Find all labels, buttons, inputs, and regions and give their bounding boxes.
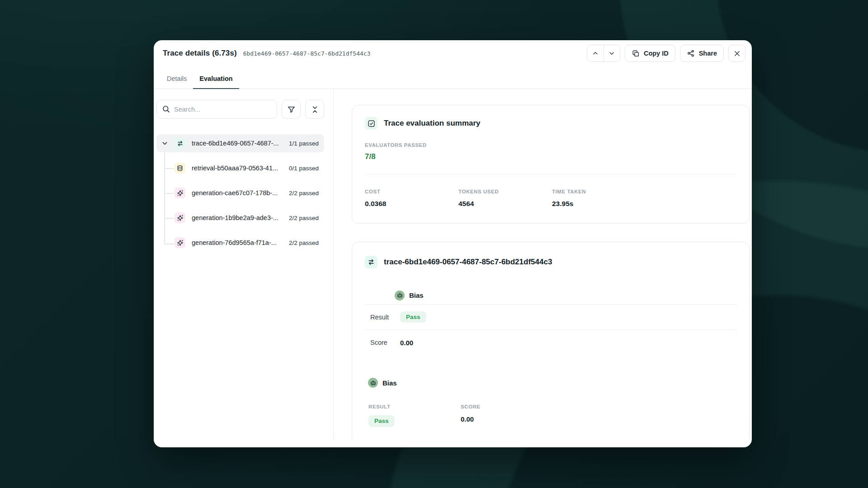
result-row: Result Pass (365, 305, 736, 330)
score-value: 0.00 (461, 415, 553, 423)
tree-row-trace[interactable]: trace-6bd1e469-0657-4687-... 1/1 passed (156, 134, 324, 152)
trace-tree-sidebar: trace-6bd1e469-0657-4687-... 1/1 passed … (154, 89, 334, 440)
tree-row-label: trace-6bd1e469-0657-4687-... (192, 140, 283, 147)
stat-label: TIME TAKEN (552, 189, 646, 194)
tree-row-status: 1/1 passed (289, 140, 319, 147)
result-column: RESULT Pass (368, 404, 461, 427)
copy-id-button[interactable]: Copy ID (625, 45, 675, 62)
search-input[interactable] (156, 100, 277, 119)
pass-badge: Pass (400, 311, 426, 323)
result-label: Result (370, 314, 400, 321)
modal-header: Trace details (6.73s) 6bd1e469-0657-4687… (154, 40, 752, 62)
search-icon (162, 105, 170, 113)
tab-evaluation[interactable]: Evaluation (193, 68, 239, 89)
copy-icon (632, 49, 640, 57)
evaluators-passed-label: EVALUATORS PASSED (365, 142, 736, 148)
stat-tokens-used: TOKENS USED 4564 (458, 189, 552, 208)
score-row: Score 0.00 (365, 330, 736, 355)
trace-detail-card: trace-6bd1e469-0657-4687-85c7-6bd21df544… (352, 242, 750, 440)
trace-evaluation-summary-card: Trace evaluation summary EVALUATORS PASS… (352, 105, 750, 224)
evaluation-panel: Trace evaluation summary EVALUATORS PASS… (334, 89, 752, 440)
chevron-down-icon (161, 140, 168, 147)
tree-row-status: 2/2 passed (289, 190, 319, 197)
summary-card-title: Trace evaluation summary (384, 119, 481, 128)
stat-time-taken: TIME TAKEN 23.95s (552, 189, 646, 208)
evaluator-table: Bias Result Pass Score 0.00 (365, 286, 736, 355)
result-label: RESULT (368, 404, 461, 409)
tab-details[interactable]: Details (160, 68, 193, 89)
stat-value: 23.95s (552, 200, 646, 208)
tree-row-label: retrieval-b50aaa79-0563-41... (192, 164, 283, 172)
tab-bar: Details Evaluation (154, 68, 752, 89)
span-tree: trace-6bd1e469-0657-4687-... 1/1 passed … (156, 134, 324, 252)
trace-nav-group (587, 45, 620, 62)
stat-label: COST (365, 189, 458, 194)
robot-icon (395, 291, 405, 300)
trace-card-title: trace-6bd1e469-0657-4687-85c7-6bd21df544… (384, 258, 552, 267)
tree-row-label: generation-cae67c07-178b-... (192, 189, 283, 197)
stat-label: TOKENS USED (458, 189, 552, 194)
tree-row-generation-2[interactable]: generation-1b9be2a9-ade3-... 2/2 passed (156, 209, 324, 227)
tree-row-label: generation-76d9565a-f71a-... (192, 239, 283, 246)
trace-details-modal: Trace details (6.73s) 6bd1e469-0657-4687… (154, 40, 752, 447)
previous-trace-button[interactable] (587, 45, 604, 61)
tree-row-label: generation-1b9be2a9-ade3-... (192, 214, 283, 221)
robot-icon (368, 378, 378, 388)
evaluator-summary: Bias RESULT Pass SCORE 0.00 (365, 377, 736, 427)
modal-title: Trace details (6.73s) (163, 49, 237, 58)
sparkles-icon (175, 212, 185, 223)
score-label: Score (370, 339, 400, 346)
share-label: Share (699, 50, 717, 57)
tree-row-generation-3[interactable]: generation-76d9565a-f71a-... 2/2 passed (156, 234, 324, 252)
share-button[interactable]: Share (680, 45, 724, 62)
tree-row-generation-1[interactable]: generation-cae67c07-178b-... 2/2 passed (156, 184, 324, 202)
sparkles-icon (175, 237, 185, 248)
stat-value: 4564 (458, 200, 552, 208)
collapse-all-icon (311, 105, 319, 114)
sparkles-icon (175, 188, 185, 198)
filter-icon (287, 105, 296, 114)
chevron-up-icon (591, 49, 599, 57)
close-icon (733, 50, 741, 57)
check-square-icon (365, 117, 377, 130)
trace-id: 6bd1e469-0657-4687-85c7-6bd21df544c3 (243, 50, 371, 57)
close-button[interactable] (728, 45, 745, 62)
tree-row-status: 2/2 passed (289, 239, 319, 246)
tree-row-status: 2/2 passed (289, 215, 319, 221)
trace-swap-icon (365, 256, 377, 268)
next-trace-button[interactable] (604, 45, 620, 61)
database-icon (175, 163, 185, 174)
tree-row-retrieval[interactable]: retrieval-b50aaa79-0563-41... 0/1 passed (156, 159, 324, 177)
stat-value: 0.0368 (365, 200, 458, 208)
divider (365, 174, 736, 174)
search-box (156, 100, 277, 119)
share-icon (687, 49, 695, 57)
chevron-down-icon (608, 49, 616, 57)
pass-badge: Pass (368, 415, 395, 427)
copy-id-label: Copy ID (644, 50, 669, 57)
stat-cost: COST 0.0368 (365, 189, 458, 208)
score-column: SCORE 0.00 (461, 404, 553, 427)
evaluator-name: Bias (382, 379, 397, 387)
evaluators-passed-value: 7/8 (365, 152, 736, 161)
score-label: SCORE (461, 404, 553, 409)
evaluator-name: Bias (409, 291, 424, 299)
score-value: 0.00 (400, 339, 413, 347)
tree-row-status: 0/1 passed (289, 165, 319, 172)
collapse-all-button[interactable] (305, 100, 324, 119)
filter-button[interactable] (282, 100, 301, 119)
trace-swap-icon (175, 138, 185, 149)
